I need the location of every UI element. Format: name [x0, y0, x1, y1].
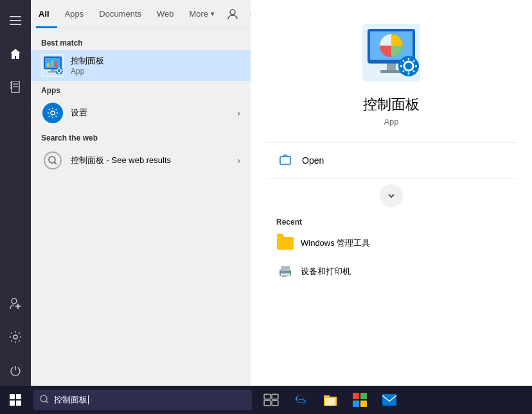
tab-documents[interactable]: Documents [91, 0, 149, 28]
taskbar-search-text: 控制面板 [54, 394, 87, 406]
result-best-match[interactable]: 控制面板 App [31, 50, 251, 81]
settings-icon-small [41, 101, 64, 125]
result-settings-arrow: › [237, 108, 240, 118]
svg-rect-55 [282, 275, 288, 276]
best-match-label: Best match [31, 33, 251, 50]
recent-item-1-text: 设备和打印机 [301, 266, 351, 277]
expand-button[interactable] [380, 184, 403, 207]
svg-rect-39 [387, 64, 396, 70]
taskbar-edge[interactable] [287, 386, 315, 414]
recent-label: Recent [266, 212, 517, 229]
svg-rect-64 [264, 394, 270, 399]
svg-line-63 [46, 401, 49, 403]
sidebar-person-add[interactable] [0, 288, 31, 319]
svg-rect-66 [264, 401, 270, 406]
tab-all[interactable]: All [36, 0, 57, 28]
svg-rect-22 [51, 60, 53, 67]
detail-actions: Open [266, 142, 517, 179]
taskbar-store[interactable] [346, 386, 374, 414]
taskbar: 控制面板 [0, 386, 532, 414]
svg-point-9 [12, 298, 17, 304]
svg-point-12 [13, 335, 17, 339]
start-button[interactable] [0, 386, 31, 414]
taskbar-search-box[interactable]: 控制面板 [33, 390, 252, 410]
svg-point-57 [288, 272, 290, 273]
results-content: Best match [31, 28, 251, 386]
svg-point-13 [230, 10, 235, 15]
detail-subtitle: App [384, 117, 398, 126]
detail-cp-icon [362, 24, 420, 82]
detail-panel: 控制面板 App Open Recent W [251, 0, 532, 386]
chevron-down-icon: ▾ [211, 10, 215, 18]
svg-rect-53 [281, 266, 290, 271]
tab-more[interactable]: More ▾ [182, 0, 223, 28]
svg-rect-4 [10, 82, 12, 83]
svg-rect-6 [10, 87, 12, 89]
svg-rect-58 [10, 394, 15, 399]
apps-section-label: Apps [31, 81, 251, 98]
svg-rect-61 [16, 401, 21, 406]
tab-web[interactable]: Web [149, 0, 182, 28]
more-options-icon[interactable] [245, 4, 251, 24]
svg-rect-23 [55, 62, 57, 67]
svg-rect-40 [380, 70, 402, 73]
sidebar-power[interactable] [0, 355, 31, 386]
svg-rect-56 [282, 276, 286, 277]
result-best-match-text: 控制面板 App [71, 55, 240, 76]
svg-rect-59 [16, 394, 21, 399]
control-panel-icon-small [41, 54, 64, 77]
recent-item-0-text: Windows 管理工具 [301, 237, 370, 249]
svg-point-32 [51, 111, 55, 115]
svg-rect-73 [382, 394, 396, 406]
result-settings-text: 设置 [71, 107, 237, 119]
sidebar-notebook[interactable] [0, 72, 31, 103]
open-icon [276, 151, 294, 169]
open-label: Open [302, 155, 324, 166]
svg-rect-2 [10, 24, 21, 25]
person-icon[interactable] [222, 4, 243, 24]
tab-apps[interactable]: Apps [57, 0, 92, 28]
result-settings[interactable]: 设置 › [31, 98, 251, 128]
svg-rect-0 [10, 16, 21, 17]
sidebar [0, 0, 31, 386]
svg-rect-51 [280, 157, 290, 164]
results-panel: All Apps Documents Web More ▾ Best match [31, 0, 251, 386]
svg-line-34 [55, 162, 57, 165]
taskbar-mail[interactable] [375, 386, 403, 414]
detail-open-action[interactable]: Open [266, 142, 517, 179]
search-web-label: Search the web [31, 128, 251, 145]
svg-point-68 [297, 400, 305, 403]
result-web-search-text: 控制面板 - See web results [71, 155, 237, 166]
sidebar-home[interactable] [0, 39, 31, 69]
detail-icon-area [359, 21, 423, 85]
start-menu: All Apps Documents Web More ▾ Best match [0, 0, 532, 386]
tabs-bar: All Apps Documents Web More ▾ [31, 0, 251, 28]
folder-icon-0 [276, 234, 294, 252]
svg-rect-21 [47, 63, 49, 67]
tabs-right-icons [222, 4, 251, 24]
result-web-search[interactable]: 控制面板 - See web results › [31, 145, 251, 176]
web-search-icon [41, 149, 64, 172]
svg-rect-60 [10, 401, 15, 406]
result-web-arrow: › [237, 155, 240, 166]
taskbar-files[interactable] [316, 386, 344, 414]
svg-rect-5 [10, 85, 12, 86]
recent-item-0[interactable]: Windows 管理工具 [266, 229, 517, 257]
taskbar-app-icons [257, 386, 403, 414]
svg-rect-1 [10, 20, 21, 21]
sidebar-hamburger[interactable] [0, 5, 31, 36]
sidebar-settings[interactable] [0, 322, 31, 352]
svg-rect-70 [360, 393, 367, 399]
svg-rect-24 [51, 69, 55, 71]
taskbar-task-view[interactable] [257, 386, 285, 414]
taskbar-cursor [88, 395, 89, 404]
detail-title: 控制面板 [363, 95, 420, 114]
taskbar-search-icon [40, 395, 49, 406]
svg-rect-65 [272, 394, 278, 399]
svg-rect-67 [272, 401, 278, 406]
svg-rect-71 [353, 401, 359, 407]
printer-icon [276, 263, 294, 280]
recent-item-1[interactable]: 设备和打印机 [266, 257, 517, 286]
svg-rect-72 [360, 401, 367, 407]
svg-rect-69 [353, 393, 359, 399]
